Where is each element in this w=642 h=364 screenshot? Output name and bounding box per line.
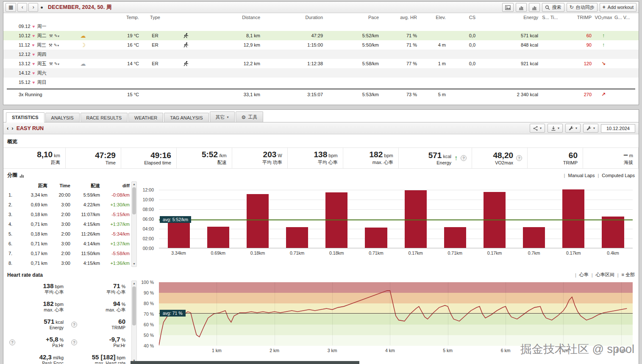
chevron-down-icon: ▾ <box>227 115 229 119</box>
next-week-button[interactable]: › <box>28 3 38 12</box>
help-icon[interactable]: ? <box>71 322 77 328</box>
tab-tools[interactable]: ⚙工具 <box>236 111 264 122</box>
next-workout-button[interactable]: › <box>11 125 13 131</box>
link-0[interactable]: 心率 <box>579 272 589 278</box>
bar-slot <box>554 185 593 248</box>
heart-icon[interactable]: ♥ <box>33 61 35 66</box>
calendar-button[interactable]: ▦ <box>6 3 16 12</box>
share-button[interactable]: ▾ <box>530 124 545 133</box>
scroll-thumb[interactable] <box>132 286 136 325</box>
metric-value: 571 <box>44 318 54 325</box>
help-icon[interactable]: ? <box>71 339 77 345</box>
pencil-icon[interactable]: ✎ <box>54 61 58 66</box>
lap-bar-1[interactable] <box>168 219 190 248</box>
autosync-button[interactable]: ↻自动同步 <box>567 3 598 12</box>
week-row-14.12[interactable]: 14.12 ♥ 周六 <box>3 68 639 78</box>
link-2[interactable]: ≡ 全部 <box>622 272 635 278</box>
wrench-icon[interactable]: ⚒ <box>49 61 53 66</box>
lap-bar-11[interactable] <box>562 189 584 248</box>
distance-cell: 8,1 km <box>201 33 261 38</box>
help-icon[interactable]: ? <box>461 155 467 161</box>
tab-analysis[interactable]: ANALYSIS <box>45 113 80 122</box>
scroll-track[interactable] <box>132 187 136 261</box>
tab-other[interactable]: 其它▾ <box>210 111 235 122</box>
week-row-15.12[interactable]: 15.12 ♥ 周日 <box>3 78 639 87</box>
tab-tag-analysis[interactable]: TAG ANALYSIS <box>164 113 208 122</box>
edit-tools-button[interactable]: ▾ <box>583 124 598 133</box>
search-button[interactable]: 搜索 <box>542 3 564 12</box>
tools-button[interactable]: ▾ <box>565 124 581 133</box>
pencil-icon[interactable]: ✎ <box>54 43 57 47</box>
link-0[interactable]: Manual Laps <box>568 173 595 178</box>
mini-chart-icon[interactable] <box>19 172 24 178</box>
week-table-body: 09.12 ♥ 周一10.12 ♥ 周二 ⚒✎▾☁19 °CER8,1 km47… <box>3 22 639 87</box>
overview-metric-trimp: 60TRIMP <box>528 148 583 168</box>
tab-bar: STATISTICSANALYSISRACE RESULTSWEATHERTAG… <box>3 110 639 122</box>
week-row-09.12[interactable]: 09.12 ♥ 周一 <box>3 22 639 31</box>
lap-number: 4. <box>7 222 18 227</box>
add-workout-button[interactable]: +Add workout <box>600 3 636 12</box>
lap-bar-6[interactable] <box>365 228 387 248</box>
metric-value: 94 <box>113 300 120 307</box>
current-week-icon[interactable]: ● <box>40 5 43 10</box>
lap-number: 5. <box>7 231 18 236</box>
week-row-10.12[interactable]: 10.12 ♥ 周二 ⚒✎▾☁19 °CER8,1 km47:295:52/km… <box>3 31 639 40</box>
metric-label: 平均 心率 <box>318 159 338 166</box>
prev-week-button[interactable]: ‹ <box>17 3 27 12</box>
link-1[interactable]: 心率区间 <box>596 272 614 278</box>
chevron-down-icon: ▾ <box>593 126 595 130</box>
tab-label: ANALYSIS <box>51 115 74 120</box>
trend-arrow-icon: ↘ <box>592 61 614 67</box>
y-tick-label: 12:00 <box>143 187 154 192</box>
heart-icon[interactable]: ♥ <box>32 43 35 47</box>
lap-bar-8[interactable] <box>444 227 466 248</box>
heart-icon[interactable]: ♥ <box>33 52 35 57</box>
lap-row-3.: 3.0,18 km2:0011:07/km-5:15/km <box>7 209 131 219</box>
wrench-icon[interactable]: ⚒ <box>49 43 53 47</box>
workout-toolbar: ▾ ▾ ▾ ▾ 10.12.2024 <box>530 124 635 133</box>
scroll-down-icon[interactable]: ▼ <box>133 261 136 267</box>
lap-bar-7[interactable] <box>405 190 427 248</box>
scroll-thumb[interactable] <box>132 187 136 214</box>
help-icon[interactable]: ? <box>9 339 15 345</box>
lap-bar-4[interactable] <box>286 227 308 248</box>
scroll-up-icon[interactable]: ▲ <box>133 281 136 286</box>
scroll-track[interactable] <box>132 286 136 358</box>
lap-bar-3[interactable] <box>247 194 269 248</box>
lap-bar-2[interactable] <box>207 227 229 248</box>
wrench-icon[interactable]: ⚒ <box>49 33 53 38</box>
chart-view-button-2[interactable] <box>529 3 540 12</box>
workout-date[interactable]: 10.12.2024 <box>601 124 635 133</box>
prev-workout-button[interactable]: ‹ <box>7 125 8 131</box>
heart-icon[interactable]: ♥ <box>33 71 35 75</box>
lap-bar-12[interactable] <box>602 217 624 248</box>
metric-unit: kcal <box>56 320 64 325</box>
bar-chart-x-axis: 3.34km0.69km0.18km0.71km0.18km0.71km0.17… <box>159 250 633 256</box>
hr-scrollbar[interactable]: ▲ ▼ <box>131 281 137 364</box>
week-title: DECEMBER, 2024, 50. 周 <box>48 4 112 11</box>
y-tick-label: 00:00 <box>143 246 154 251</box>
tab-race-results[interactable]: RACE RESULTS <box>81 113 128 122</box>
heart-icon[interactable]: ♥ <box>33 33 35 38</box>
image-view-button[interactable] <box>502 3 514 12</box>
week-row-11.12[interactable]: 11.12 ♥ 周三 ⚒✎▾☽16 °CER12,9 km1:15:005:50… <box>3 40 639 50</box>
tab-weather[interactable]: WEATHER <box>128 113 163 122</box>
week-row-13.12[interactable]: 13.12 ♥ 周五 ⚒✎▾☁14 °CER12,2 km1:12:385:58… <box>3 59 639 68</box>
avg-pace-tag: avg: 5:52/km <box>160 216 191 223</box>
chevron-down-icon: ▾ <box>575 126 577 130</box>
laps-scrollbar[interactable]: ▲ ▼ <box>131 181 137 267</box>
energy-cell: 571 kcal <box>476 33 539 38</box>
pencil-icon[interactable]: ✎ <box>54 33 58 38</box>
heart-icon[interactable]: ♥ <box>33 24 35 29</box>
download-button[interactable]: ▾ <box>548 124 563 133</box>
link-1[interactable]: Computed Laps <box>602 173 635 178</box>
help-icon[interactable]: ? <box>516 155 522 161</box>
lap-bar-10[interactable] <box>523 227 545 248</box>
chart-view-button[interactable] <box>516 3 527 12</box>
tab-statistics[interactable]: STATISTICS <box>6 112 44 122</box>
hr-metric-3: 94 %max. 心率 <box>69 298 131 316</box>
metric-value: 60 <box>569 151 578 160</box>
week-row-12.12[interactable]: 12.12 ♥ 周四 <box>3 50 639 59</box>
scroll-up-icon[interactable]: ▲ <box>133 182 136 187</box>
heart-icon[interactable]: ♥ <box>33 80 35 85</box>
